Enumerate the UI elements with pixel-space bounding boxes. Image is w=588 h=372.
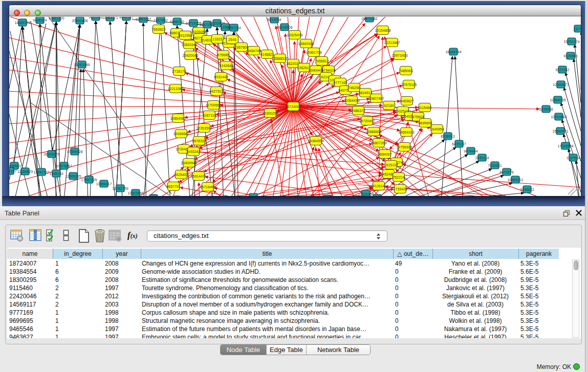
- svg-text:6479197: 6479197: [452, 142, 466, 146]
- svg-text:7632621: 7632621: [488, 164, 502, 167]
- svg-text:10975857: 10975857: [56, 164, 72, 168]
- svg-text:5493242: 5493242: [186, 150, 200, 154]
- svg-text:10654982: 10654982: [170, 117, 186, 120]
- svg-text:252214: 252214: [393, 176, 404, 179]
- svg-text:10154808: 10154808: [375, 29, 390, 32]
- svg-text:1640954: 1640954: [430, 127, 444, 131]
- svg-text:23409949: 23409949: [181, 161, 197, 165]
- svg-text:20756928: 20756928: [396, 145, 412, 149]
- svg-text:9474444: 9474444: [464, 149, 477, 153]
- svg-text:1167534: 1167534: [567, 156, 580, 160]
- svg-text:9115460: 9115460: [418, 106, 432, 110]
- svg-text:15720407: 15720407: [359, 119, 375, 123]
- svg-text:12213967: 12213967: [384, 41, 400, 45]
- svg-text:2986372: 2986372: [351, 109, 365, 113]
- svg-text:875685: 875685: [217, 53, 229, 57]
- svg-text:746266: 746266: [348, 86, 360, 90]
- svg-text:11700562: 11700562: [206, 103, 222, 107]
- svg-text:9245612: 9245612: [520, 188, 534, 191]
- svg-text:19218506: 19218506: [276, 26, 292, 29]
- svg-text:18724007: 18724007: [285, 105, 301, 108]
- svg-text:9861042: 9861042: [89, 17, 102, 19]
- svg-text:8440167: 8440167: [119, 17, 133, 19]
- svg-text:8813054: 8813054: [267, 18, 281, 21]
- svg-text:8454749: 8454749: [247, 49, 260, 53]
- svg-text:575604: 575604: [412, 115, 424, 119]
- svg-text:16914479: 16914479: [190, 174, 206, 178]
- svg-text:17359928: 17359928: [67, 150, 82, 154]
- svg-text:20691406: 20691406: [72, 19, 88, 23]
- svg-text:8990443: 8990443: [309, 69, 322, 72]
- svg-text:12975115: 12975115: [401, 83, 417, 86]
- svg-text:12093877: 12093877: [553, 83, 569, 86]
- svg-text:18807269: 18807269: [371, 141, 386, 145]
- svg-text:3878332: 3878332: [192, 139, 206, 143]
- svg-text:62160: 62160: [384, 104, 394, 107]
- svg-text:19384554: 19384554: [308, 139, 323, 143]
- svg-text:26053346: 26053346: [74, 63, 90, 67]
- svg-text:10210643: 10210643: [551, 115, 567, 119]
- svg-text:12353594: 12353594: [196, 126, 212, 130]
- svg-text:10853267: 10853267: [135, 17, 151, 21]
- svg-text:26876282: 26876282: [361, 17, 377, 20]
- svg-text:1345193: 1345193: [49, 172, 63, 176]
- svg-text:18300295: 18300295: [262, 112, 278, 115]
- svg-text:1527602: 1527602: [154, 18, 167, 22]
- svg-text:19166682: 19166682: [173, 132, 189, 136]
- svg-text:11156829: 11156829: [17, 170, 33, 173]
- svg-text:26206576: 26206576: [43, 152, 59, 156]
- svg-text:9406574: 9406574: [33, 18, 47, 22]
- svg-text:2367608: 2367608: [234, 46, 248, 49]
- svg-text:10961758: 10961758: [306, 51, 321, 54]
- svg-text:10292217: 10292217: [245, 195, 261, 196]
- svg-text:15692971: 15692971: [552, 129, 568, 133]
- svg-text:1615132: 1615132: [384, 163, 398, 167]
- svg-text:8471676: 8471676: [499, 170, 513, 174]
- svg-text:20364436: 20364436: [343, 99, 359, 102]
- svg-text:23420046: 23420046: [182, 54, 198, 57]
- svg-text:13220154: 13220154: [358, 192, 374, 196]
- svg-text:7955812: 7955812: [315, 59, 329, 63]
- svg-text:3267110: 3267110: [203, 114, 216, 117]
- svg-text:9699695: 9699695: [418, 121, 432, 125]
- svg-text:10958117: 10958117: [96, 182, 112, 186]
- svg-text:9914157: 9914157: [9, 169, 17, 173]
- svg-text:2718170: 2718170: [172, 70, 186, 73]
- svg-text:10688609: 10688609: [365, 130, 381, 134]
- svg-text:9427512: 9427512: [209, 90, 223, 93]
- svg-text:14136141: 14136141: [371, 184, 386, 188]
- svg-text:9463627: 9463627: [400, 99, 413, 103]
- svg-text:16782759: 16782759: [112, 187, 128, 190]
- svg-text:1733426: 1733426: [393, 187, 407, 191]
- svg-text:12505135: 12505135: [65, 174, 81, 178]
- svg-text:9657791: 9657791: [166, 185, 180, 188]
- svg-text:8938913: 8938913: [441, 135, 454, 138]
- svg-text:6794028: 6794028: [321, 69, 335, 72]
- svg-text:2933114: 2933114: [475, 156, 489, 160]
- svg-text:8912954: 8912954: [178, 34, 192, 37]
- svg-text:9146821: 9146821: [260, 53, 274, 56]
- svg-text:9242848: 9242848: [219, 64, 233, 68]
- svg-text:10973493: 10973493: [391, 54, 407, 57]
- svg-text:7485063: 7485063: [399, 69, 412, 73]
- svg-text:12444195: 12444195: [550, 98, 565, 102]
- svg-text:8031440: 8031440: [214, 75, 228, 79]
- svg-text:7663822: 7663822: [151, 28, 165, 31]
- svg-text:10807487: 10807487: [368, 97, 384, 100]
- svg-text:17016504: 17016504: [557, 144, 573, 148]
- svg-text:12942737: 12942737: [33, 170, 49, 174]
- svg-text:19654923: 19654923: [398, 130, 414, 134]
- svg-text:9777169: 9777169: [333, 81, 347, 84]
- svg-text:13640910: 13640910: [298, 42, 314, 46]
- svg-text:13325419: 13325419: [287, 33, 302, 37]
- svg-text:9227342: 9227342: [555, 68, 569, 72]
- svg-text:23588520: 23588520: [272, 57, 288, 60]
- svg-text:7625402: 7625402: [174, 173, 188, 177]
- svg-text:10543342: 10543342: [181, 43, 197, 47]
- svg-text:12213383: 12213383: [167, 87, 183, 91]
- svg-text:16648784: 16648784: [445, 50, 461, 54]
- svg-text:7357224: 7357224: [227, 26, 241, 30]
- svg-text:23226058: 23226058: [190, 30, 206, 34]
- svg-text:9684067: 9684067: [378, 152, 391, 156]
- svg-text:17957225: 17957225: [81, 178, 97, 182]
